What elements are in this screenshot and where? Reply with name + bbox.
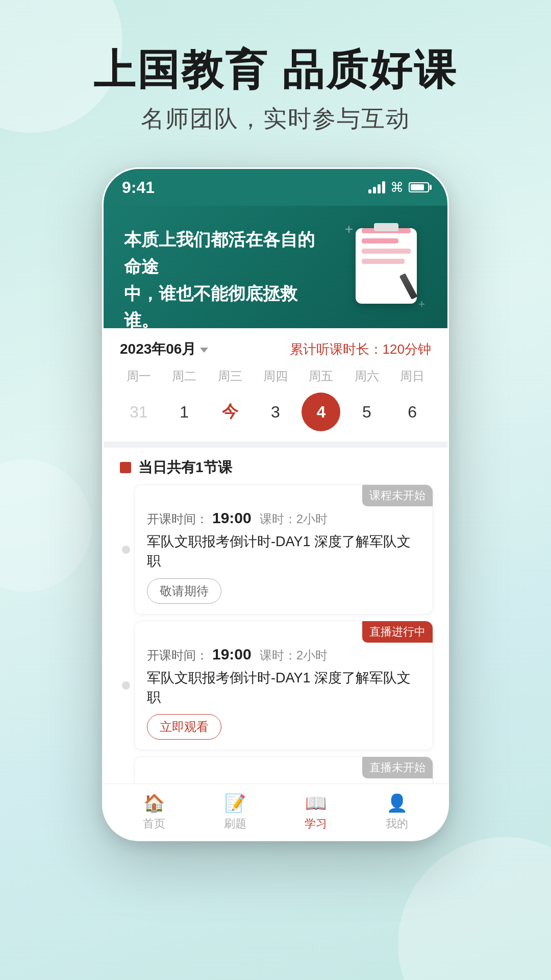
nav-study[interactable]: 📖 学习 <box>276 793 357 831</box>
course-action-btn-1[interactable]: 敬请期待 <box>147 578 221 604</box>
banner-text: 本质上我们都活在各自的命途中，谁也不能彻底拯救谁。 <box>124 226 318 328</box>
day-mon: 周一 <box>119 368 158 384</box>
course-title-2: 军队文职报考倒计时-DAY1 深度了解军队文职 <box>147 669 420 707</box>
course-card-1: 课程未开始 开课时间： 19:00 课时：2小时 军队文职报考倒计时-DAY1 … <box>104 484 447 615</box>
nav-profile-label: 我的 <box>386 816 408 831</box>
course-count-label: 当日共有1节课 <box>138 458 232 477</box>
sub-title: 名师团队，实时参与互动 <box>0 103 551 135</box>
banner: 本质上我们都活在各自的命途中，谁也不能彻底拯救谁。 + + <box>104 206 447 328</box>
status-time: 9:41 <box>122 178 155 197</box>
course-status-badge-1: 课程未开始 <box>362 485 433 506</box>
course-dot-2 <box>122 681 130 690</box>
calendar-header: 2023年06月 累计听课时长：120分钟 <box>104 328 447 364</box>
top-section: 上国教育 品质好课 名师团队，实时参与互动 <box>0 0 551 135</box>
battery-icon <box>409 182 429 192</box>
bottom-nav: 🏠 首页 📝 刷题 📖 学习 👤 我的 <box>104 783 447 840</box>
plus-icon-2: + <box>418 298 425 311</box>
day-fri: 周五 <box>302 368 340 384</box>
course-count-icon <box>120 462 131 473</box>
day-sat: 周六 <box>347 368 386 384</box>
signal-icon <box>368 181 385 193</box>
status-bar: 9:41 ⌘ <box>104 169 447 206</box>
profile-icon: 👤 <box>386 793 408 813</box>
main-title: 上国教育 品质好课 <box>0 46 551 94</box>
nav-practice[interactable]: 📝 刷题 <box>195 793 276 831</box>
course-status-badge-2: 直播进行中 <box>362 621 433 643</box>
calendar-days-header: 周一 周二 周三 周四 周五 周六 周日 <box>104 364 447 388</box>
month-text: 2023年06月 <box>120 339 196 359</box>
course-dot-1 <box>122 546 130 554</box>
status-icons: ⌘ <box>368 180 429 195</box>
date-6[interactable]: 6 <box>393 393 432 431</box>
time-value-1: 19:00 <box>212 509 252 527</box>
day-wed: 周三 <box>211 368 249 384</box>
day-sun: 周日 <box>393 368 432 384</box>
course-action-btn-2[interactable]: 立即观看 <box>147 714 221 740</box>
phone-wrapper: 9:41 ⌘ 本质上我们都活在各自的命途中，谁也不能彻底拯救谁。 <box>0 167 551 841</box>
date-3[interactable]: 3 <box>256 393 295 431</box>
course-section: 当日共有1节课 课程未开始 开课时间： 19:00 课时：2小时 军队文职报考倒… <box>104 448 447 841</box>
course-card-2: 直播进行中 开课时间： 19:00 课时：2小时 军队文职报考倒计时-DAY1 … <box>104 621 447 751</box>
time-label-2: 开课时间： <box>147 647 208 664</box>
time-value-2: 19:00 <box>212 646 252 663</box>
plus-icon-1: + <box>345 221 353 237</box>
course-card-inner-1[interactable]: 课程未开始 开课时间： 19:00 课时：2小时 军队文职报考倒计时-DAY1 … <box>134 484 433 615</box>
course-status-badge-3: 直播未开始 <box>362 757 433 778</box>
total-time: 累计听课时长：120分钟 <box>290 340 431 358</box>
month-dropdown-arrow <box>200 348 208 353</box>
course-title-1: 军队文职报考倒计时-DAY1 深度了解军队文职 <box>147 532 420 571</box>
month-selector[interactable]: 2023年06月 <box>120 339 208 359</box>
nav-home-label: 首页 <box>143 816 165 831</box>
nav-study-label: 学习 <box>305 816 327 831</box>
course-card-inner-2[interactable]: 直播进行中 开课时间： 19:00 课时：2小时 军队文职报考倒计时-DAY1 … <box>134 621 433 751</box>
date-1[interactable]: 1 <box>165 393 204 431</box>
date-31[interactable]: 31 <box>119 393 158 431</box>
day-tue: 周二 <box>165 368 204 384</box>
date-5[interactable]: 5 <box>347 393 386 431</box>
course-time-row-1: 开课时间： 19:00 课时：2小时 <box>147 509 420 527</box>
course-count: 当日共有1节课 <box>104 448 447 484</box>
nav-practice-label: 刷题 <box>224 816 246 831</box>
phone-mockup: 9:41 ⌘ 本质上我们都活在各自的命途中，谁也不能彻底拯救谁。 <box>102 167 449 841</box>
nav-profile[interactable]: 👤 我的 <box>357 793 438 831</box>
time-label-1: 开课时间： <box>147 511 208 527</box>
home-icon: 🏠 <box>143 793 165 813</box>
date-today[interactable]: 今 <box>211 393 249 431</box>
section-divider <box>104 442 447 448</box>
nav-home[interactable]: 🏠 首页 <box>114 793 195 831</box>
duration-2: 课时：2小时 <box>260 647 328 664</box>
duration-1: 课时：2小时 <box>260 511 328 527</box>
bg-blob-bottomright <box>398 837 551 980</box>
wifi-icon: ⌘ <box>390 180 404 195</box>
day-thu: 周四 <box>256 368 295 384</box>
date-4[interactable]: 4 <box>302 393 340 431</box>
course-time-row-2: 开课时间： 19:00 课时：2小时 <box>147 646 420 664</box>
practice-icon: 📝 <box>224 793 246 813</box>
calendar-dates: 31 1 今 3 4 5 6 <box>104 388 447 442</box>
study-icon: 📖 <box>305 793 327 813</box>
